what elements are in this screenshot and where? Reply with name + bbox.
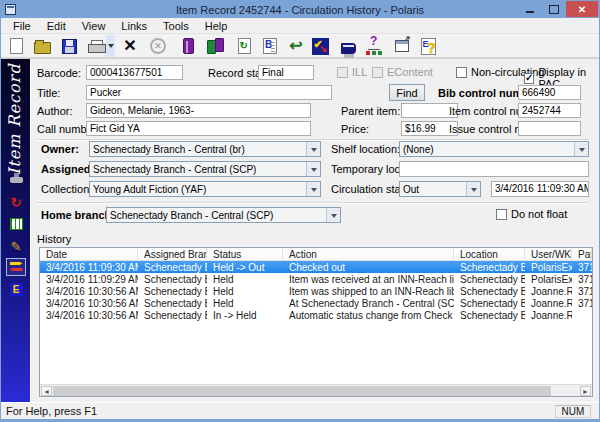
table-row[interactable]: 3/4/2016 10:30:56 AMSchenectady Bran...H…: [40, 285, 592, 297]
table-row[interactable]: 3/4/2016 11:09:30 AMSchenectady Bran...H…: [40, 261, 592, 273]
table-cell: 371: [572, 273, 592, 285]
table-cell: Automatic status change from Check In: [283, 309, 454, 321]
collection-select[interactable]: Young Adult Fiction (YAF): [89, 181, 321, 197]
table-cell: Joanne.R...: [525, 309, 572, 321]
shelf-location-label: Shelf location:: [331, 143, 400, 155]
hierarchy-icon[interactable]: ?: [363, 35, 385, 57]
table-cell: Schenectady Bran...: [138, 297, 207, 309]
owner-select[interactable]: Schenectady Branch - Central (br): [89, 141, 321, 157]
circulation-view-icon[interactable]: [6, 171, 26, 189]
status-bar: For Help, press F1 NUM: [1, 402, 599, 419]
table-row[interactable]: 3/4/2016 10:30:56 AMSchenectady Bran...I…: [40, 309, 592, 321]
home-branch-select[interactable]: Schenectady Branch - Central (SCP): [106, 207, 341, 223]
table-row[interactable]: 3/4/2016 10:30:56 AMSchenectady Bran...H…: [40, 297, 592, 309]
table-cell: 3/4/2016 10:30:56 AM: [40, 309, 138, 321]
table-cell: Held -> Out: [207, 261, 283, 273]
column-header[interactable]: Patr: [572, 248, 592, 260]
author-input[interactable]: Gideon, Melanie, 1963-: [86, 103, 311, 118]
cancel-icon[interactable]: ✕: [147, 35, 169, 57]
refresh-icon[interactable]: ↻: [233, 35, 255, 57]
horizontal-scrollbar[interactable]: ◄ ►: [40, 384, 592, 396]
window-title: Item Record 2452744 - Circulation Histor…: [1, 4, 599, 16]
history-table-header: DateAssigned BranchStatusActionLocationU…: [40, 248, 592, 261]
column-header[interactable]: Assigned Branch: [138, 248, 207, 260]
notes-view-icon[interactable]: ✎: [6, 237, 26, 255]
menu-file[interactable]: File: [5, 20, 39, 32]
table-cell: 371: [572, 261, 592, 273]
checkbox-box: [496, 209, 507, 220]
open-icon[interactable]: [31, 35, 53, 57]
print-options-icon[interactable]: [106, 35, 115, 57]
status-message: For Help, press F1: [1, 405, 97, 417]
close-button[interactable]: ✕: [566, 1, 598, 17]
print-icon[interactable]: [85, 35, 107, 57]
assigned-select[interactable]: Schenectady Branch - Central (SCP): [89, 161, 321, 177]
circulation-status-value: Out: [400, 184, 466, 195]
find-button[interactable]: Find: [389, 84, 425, 101]
menu-edit[interactable]: Edit: [39, 20, 74, 32]
maximize-button[interactable]: [542, 1, 566, 17]
column-header[interactable]: User/WKS: [525, 248, 572, 260]
do-not-float-checkbox[interactable]: Do not float: [496, 208, 567, 220]
record-sets-view-icon[interactable]: E: [6, 280, 26, 298]
checkbox-box: [372, 67, 383, 78]
owner-label: Owner:: [41, 143, 79, 155]
save-icon[interactable]: [58, 35, 80, 57]
column-header[interactable]: Action: [283, 248, 454, 260]
home-branch-value: Schenectady Branch - Central (SCP): [107, 210, 326, 221]
minimize-button[interactable]: [518, 1, 542, 17]
check-item-icon[interactable]: ✔↘: [309, 35, 331, 57]
title-label: Title:: [37, 87, 60, 99]
scroll-right-icon[interactable]: ►: [580, 386, 591, 396]
shelf-location-select[interactable]: (None): [399, 141, 589, 157]
column-header[interactable]: Date: [40, 248, 138, 260]
record-status-input[interactable]: Final: [258, 65, 314, 80]
help-icon[interactable]: E?: [417, 35, 439, 57]
bib-record-icon[interactable]: B: [259, 35, 281, 57]
scroll-left-icon[interactable]: ◄: [41, 386, 52, 396]
bib-control-input[interactable]: 666490: [518, 85, 581, 100]
temporary-location-input[interactable]: [399, 161, 589, 177]
title-input[interactable]: Pucker: [86, 85, 332, 100]
checkbox-box: [456, 67, 467, 78]
menu-help[interactable]: Help: [197, 20, 236, 32]
revert-icon[interactable]: ↩: [285, 35, 307, 57]
collection-label: Collection:: [41, 183, 92, 195]
circulation-status-select[interactable]: Out: [399, 181, 481, 197]
table-cell: 3/4/2016 10:30:56 AM: [40, 297, 138, 309]
chevron-down-icon: [306, 162, 320, 176]
history-section-label: History: [37, 233, 71, 245]
column-header[interactable]: Location: [454, 248, 525, 260]
delete-icon[interactable]: ✕: [119, 35, 141, 57]
item-block-icon[interactable]: [177, 35, 199, 57]
new-record-icon[interactable]: [5, 35, 27, 57]
barcode-input[interactable]: 0000413677501: [86, 65, 183, 80]
menu-view[interactable]: View: [74, 20, 114, 32]
item-record-window: Item Record 2452744 - Circulation Histor…: [0, 0, 600, 422]
table-cell: [572, 309, 592, 321]
issue-control-input[interactable]: [518, 121, 581, 136]
column-header[interactable]: Status: [207, 248, 283, 260]
circulation-icon[interactable]: [337, 35, 359, 57]
table-cell: Schenectady Branch...: [454, 261, 525, 273]
collection-value: Young Adult Fiction (YAF): [90, 184, 306, 195]
home-branch-label: Home branch:: [41, 209, 115, 221]
source-view-icon[interactable]: [6, 215, 26, 233]
call-number-input[interactable]: Fict Gid YA: [86, 121, 311, 136]
table-cell: Schenectady Branch...: [454, 309, 525, 321]
table-cell: PolarisExe...: [525, 261, 572, 273]
checkbox-label: Do not float: [511, 208, 567, 220]
table-cell: 3/4/2016 11:09:29 AM: [40, 273, 138, 285]
table-row[interactable]: 3/4/2016 11:09:29 AMSchenectady Bran...H…: [40, 273, 592, 285]
barcode-label: Barcode:: [37, 67, 81, 79]
history-view-icon[interactable]: [6, 258, 26, 276]
linked-items-icon[interactable]: [205, 35, 227, 57]
item-control-input[interactable]: 2452744: [518, 103, 581, 118]
scrollbar-thumb[interactable]: [53, 386, 551, 396]
history-table: DateAssigned BranchStatusActionLocationU…: [39, 247, 593, 397]
menu-links[interactable]: Links: [113, 20, 155, 32]
properties-icon[interactable]: [391, 35, 413, 57]
chevron-down-icon: [574, 142, 588, 156]
menu-tools[interactable]: Tools: [155, 20, 197, 32]
cataloging-view-icon[interactable]: ↻: [6, 193, 26, 211]
